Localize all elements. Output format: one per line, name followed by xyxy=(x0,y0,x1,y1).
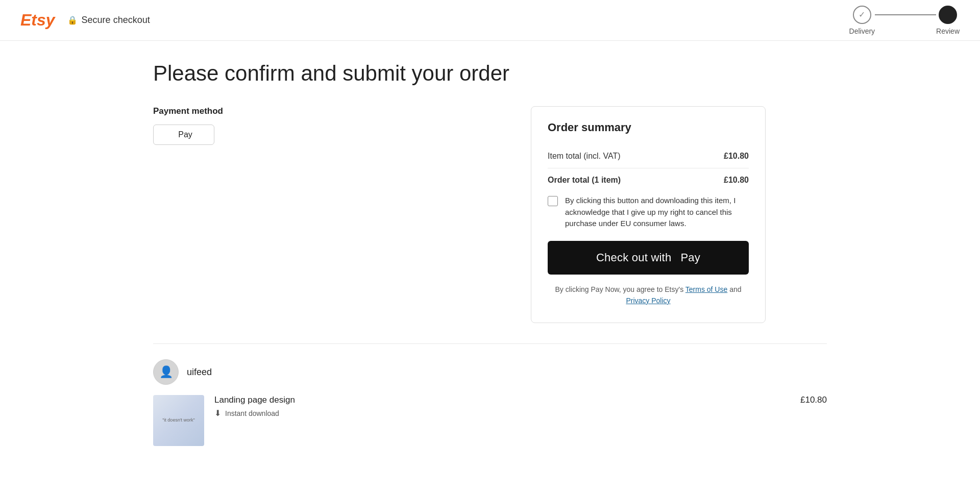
checkout-btn-label: Check out with xyxy=(596,251,671,264)
product-download-label: Instant download xyxy=(225,409,279,417)
terms-middle: and xyxy=(727,285,741,293)
header-left: Etsy 🔒 Secure checkout xyxy=(20,11,150,30)
terms-text: By clicking Pay Now, you agree to Etsy's… xyxy=(548,284,749,307)
etsy-logo[interactable]: Etsy xyxy=(20,11,55,30)
item-total-amount: £10.80 xyxy=(724,152,749,161)
main-content: Please confirm and submit your order Pay… xyxy=(133,41,847,477)
applepay-method-button[interactable]: Pay xyxy=(153,125,214,145)
seller-avatar-icon: 👤 xyxy=(159,365,173,379)
step-connector xyxy=(875,14,936,15)
privacy-policy-link[interactable]: Privacy Policy xyxy=(626,297,670,305)
product-thumbnail-text: "it doesn't work" xyxy=(158,413,199,428)
lock-icon: 🔒 xyxy=(67,15,78,25)
seller-section: 👤 uifeed "it doesn't work" Landing page … xyxy=(153,343,827,446)
seller-row: 👤 uifeed xyxy=(153,359,827,385)
step-delivery-label: Delivery xyxy=(849,27,875,35)
progress-steps: ✓ Delivery Review xyxy=(849,6,960,35)
product-download: ⬇ Instant download xyxy=(214,408,790,418)
step-delivery-circle: ✓ xyxy=(853,6,871,24)
product-thumbnail-inner: "it doesn't work" xyxy=(153,395,204,446)
checkout-button[interactable]: Check out with Pay xyxy=(548,241,749,275)
product-row: "it doesn't work" Landing page design ⬇ … xyxy=(153,395,827,446)
agreement-row: By clicking this button and downloading … xyxy=(548,195,749,230)
step-review-circle xyxy=(939,6,957,24)
left-column: Payment method Pay xyxy=(153,106,510,145)
product-name: Landing page design xyxy=(214,395,790,405)
order-summary-card: Order summary Item total (incl. VAT) £10… xyxy=(531,106,766,323)
seller-name: uifeed xyxy=(187,367,212,378)
seller-avatar: 👤 xyxy=(153,359,179,385)
step-review: Review xyxy=(936,6,960,35)
product-info: Landing page design ⬇ Instant download xyxy=(214,395,790,418)
order-total-row: Order total (1 item) £10.80 xyxy=(548,168,749,185)
secure-checkout: 🔒 Secure checkout xyxy=(67,15,150,26)
item-total-label: Item total (incl. VAT) xyxy=(548,152,621,161)
applepay-label: Pay xyxy=(178,130,192,139)
order-total-label: Order total (1 item) xyxy=(548,176,621,185)
secure-checkout-label: Secure checkout xyxy=(82,15,150,26)
step-delivery: ✓ Delivery xyxy=(849,6,875,35)
order-summary-container: Order summary Item total (incl. VAT) £10… xyxy=(531,106,766,323)
agreement-checkbox[interactable] xyxy=(548,196,558,206)
terms-of-use-link[interactable]: Terms of Use xyxy=(685,285,727,293)
agreement-text: By clicking this button and downloading … xyxy=(565,195,749,230)
terms-prefix: By clicking Pay Now, you agree to Etsy's xyxy=(555,285,685,293)
order-total-amount: £10.80 xyxy=(724,176,749,185)
item-total-row: Item total (incl. VAT) £10.80 xyxy=(548,144,749,168)
content-layout: Payment method Pay Order summary Item to… xyxy=(153,106,827,323)
product-thumbnail: "it doesn't work" xyxy=(153,395,204,446)
payment-method-label: Payment method xyxy=(153,106,510,116)
order-summary-title: Order summary xyxy=(548,121,749,134)
header: Etsy 🔒 Secure checkout ✓ Delivery Review xyxy=(0,0,980,41)
page-title: Please confirm and submit your order xyxy=(153,61,827,86)
download-icon: ⬇ xyxy=(214,408,221,418)
step-review-label: Review xyxy=(936,27,960,35)
product-price: £10.80 xyxy=(800,395,827,405)
checkout-btn-pay: Pay xyxy=(680,251,700,264)
